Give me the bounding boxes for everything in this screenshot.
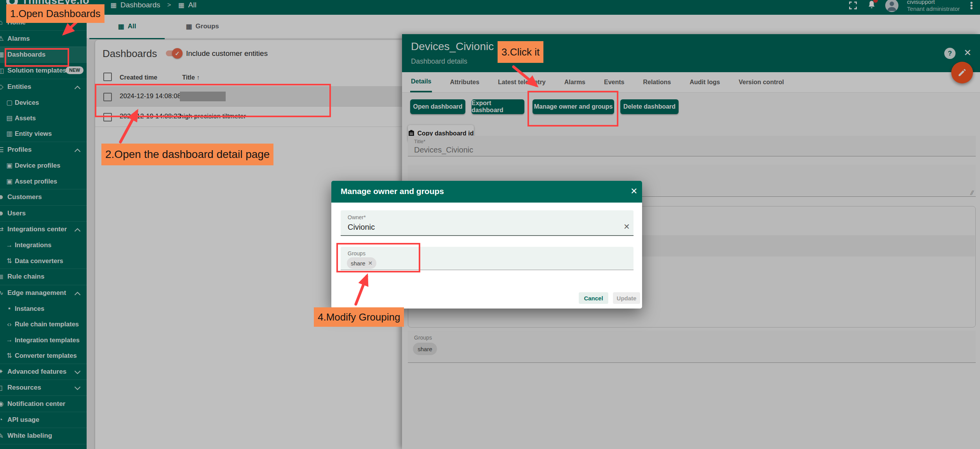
callout-step2: 2.Open the dashboard detail page [101, 144, 273, 165]
annotation-rect-groups [336, 243, 420, 272]
callout-step3: 3.Click it [498, 41, 543, 63]
dialog-title: Manage owner and groups [341, 187, 444, 196]
owner-field[interactable]: Owner* Civionic ✕ [341, 210, 634, 236]
owner-field-label: Owner* [348, 214, 366, 220]
close-dialog-icon[interactable]: ✕ [630, 186, 637, 196]
annotation-rect-dashboards [5, 48, 69, 67]
callout-step1: 1.Open Dashboards [6, 4, 104, 23]
annotation-rect-row [95, 84, 331, 117]
annotation-rect-manage-button [527, 91, 618, 127]
cancel-button[interactable]: Cancel [579, 292, 608, 304]
callout-step4: 4.Modify Grouping [314, 307, 404, 327]
clear-owner-icon[interactable]: ✕ [623, 222, 630, 231]
owner-field-value: Civionic [348, 223, 375, 232]
app-root: ThingsEye.io ▦ Dashboards > ▦ All [0, 0, 980, 449]
dialog-header: Manage owner and groups ✕ [331, 181, 642, 203]
update-button[interactable]: Update [613, 292, 640, 304]
